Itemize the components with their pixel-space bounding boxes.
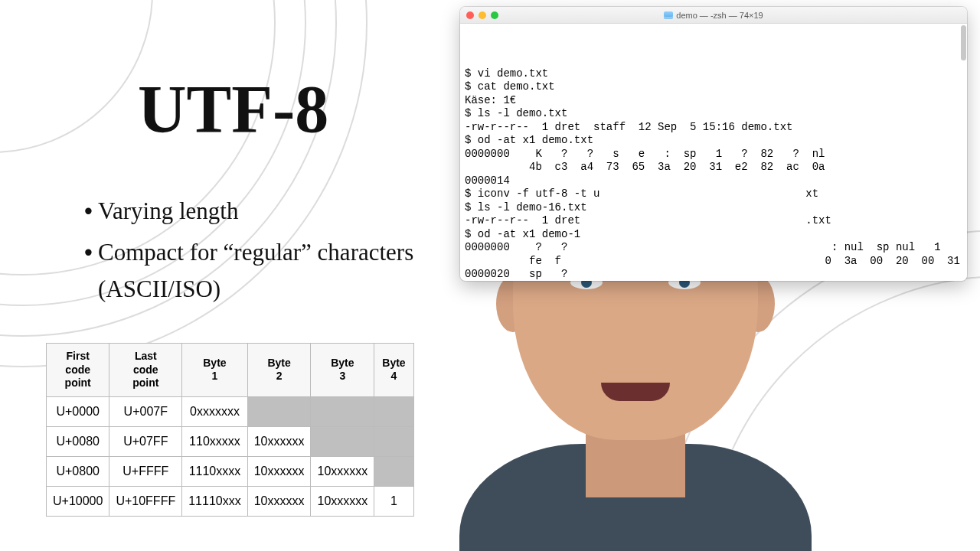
table-cell [374,456,413,486]
terminal-window[interactable]: demo — -zsh — 74×19 $ vi demo.txt$ cat d… [460,7,967,281]
scrollbar-thumb[interactable] [961,25,966,60]
terminal-line: $ ls -l demo-16.txt [465,201,962,215]
terminal-line: $ od -at x1 demo.txt [465,134,962,148]
table-cell: 10xxxxxx [247,426,311,456]
table-header: Byte4 [374,344,413,397]
bullet-list: Varying lengthCompact for “regular” char… [84,193,452,312]
table-row: U+10000U+10FFFF11110xxx10xxxxxx10xxxxxx1 [47,486,414,516]
table-header: Lastcodepoint [109,344,182,397]
table-cell: U+0000 [47,396,109,426]
terminal-line: 0000014 [465,174,962,188]
table-cell: 1110xxxx [182,456,248,486]
terminal-title-text: demo — -zsh — 74×19 [676,11,763,20]
table-cell [247,396,311,426]
terminal-line: Käse: 1€ [465,94,962,108]
table-cell: 10xxxxxx [247,456,311,486]
table-cell: U+0800 [47,456,109,486]
terminal-line: $ ls -l demo.txt [465,107,962,121]
table-cell [311,396,374,426]
table-cell: U+07FF [109,426,182,456]
terminal-body[interactable]: $ vi demo.txt$ cat demo.txtKäse: 1€$ ls … [460,24,967,281]
terminal-line: 4b c3 a4 73 65 3a 20 31 e2 82 ac 0a [465,161,962,174]
table-cell: 10xxxxxx [247,486,311,516]
terminal-line: $ cat demo.txt [465,80,962,94]
terminal-title: demo — -zsh — 74×19 [460,7,967,24]
close-icon[interactable] [466,11,474,19]
terminal-line: fe f 0 3a 00 20 00 31 [465,255,962,269]
table-row: U+0000U+007F0xxxxxxx [47,396,414,426]
table-cell: 1 [374,486,413,516]
table-cell: U+10FFFF [109,486,182,516]
table-cell: U+10000 [47,486,109,516]
terminal-line: -rw-r--r-- 1 dret .txt [465,214,962,228]
terminal-titlebar[interactable]: demo — -zsh — 74×19 [460,7,967,24]
table-header: Firstcodepoint [47,344,109,397]
terminal-line: $ od -at x1 demo-1 [465,228,962,242]
terminal-line: $ iconv -f utf-8 -t u xt [465,187,962,201]
folder-icon [664,11,673,19]
terminal-line: 0000000 K ? ? s e : sp 1 ? 82 ? nl [465,148,962,161]
utf8-encoding-table: FirstcodepointLastcodepointByte1Byte2Byt… [46,343,414,517]
table-cell: U+0080 [47,426,109,456]
table-cell: U+FFFF [109,456,182,486]
table-header: Byte1 [182,344,248,397]
table-row: U+0080U+07FF110xxxxx10xxxxxx [47,426,414,456]
table-header: Byte3 [311,344,374,397]
bullet-item: Varying length [84,193,452,230]
bullet-item: Compact for “regular” characters (ASCII/… [84,234,452,308]
terminal-line: 0000000 ? ? : nul sp nul 1 [465,241,962,255]
table-cell [374,426,413,456]
slide-title: UTF-8 [138,70,328,148]
table-cell [311,426,374,456]
table-cell: 11110xxx [182,486,248,516]
table-cell [374,396,413,426]
table-cell: 10xxxxxx [311,456,374,486]
table-cell: 110xxxxx [182,426,248,456]
terminal-line: $ vi demo.txt [465,67,962,81]
table-header: Byte2 [247,344,311,397]
table-row: U+0800U+FFFF1110xxxx10xxxxxx10xxxxxx [47,456,414,486]
table-cell: 10xxxxxx [311,486,374,516]
terminal-line: -rw-r--r-- 1 dret staff 12 Sep 5 15:16 d… [465,121,962,135]
table-cell: U+007F [109,396,182,426]
table-cell: 0xxxxxxx [182,396,248,426]
minimize-icon[interactable] [479,11,486,19]
terminal-line: 0000020 sp ? [465,268,962,281]
zoom-icon[interactable] [491,11,498,19]
